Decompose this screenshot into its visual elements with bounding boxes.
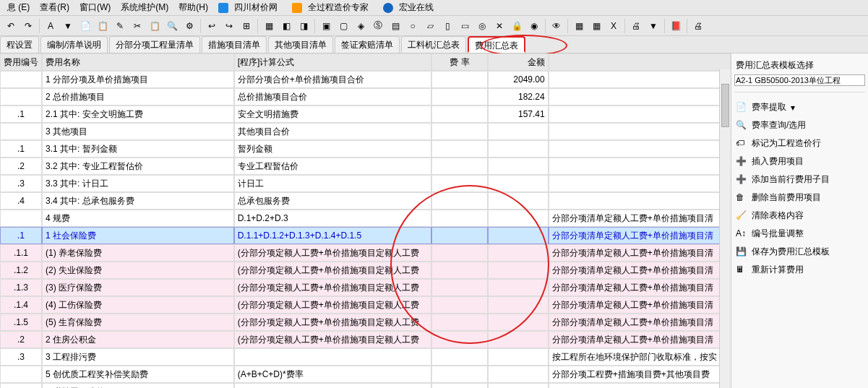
cell-name[interactable]: 3 工程排污费: [42, 348, 234, 366]
cell-amount[interactable]: [488, 279, 549, 296]
cell-rate[interactable]: [431, 262, 488, 279]
cell-name[interactable]: 3.4 其中: 总承包服务费: [42, 192, 234, 210]
cell-amount[interactable]: [488, 158, 549, 175]
cell-name[interactable]: 3.2 其中: 专业工程暂估价: [42, 158, 234, 175]
menu-item[interactable]: 帮助(H): [174, 0, 212, 15]
cell-amount[interactable]: [488, 331, 549, 348]
toolbar-button[interactable]: ▣: [318, 18, 334, 34]
table-row[interactable]: .22 住房公积金(分部分项定额人工费+单价措施项目定额人工费分部分项清单定额人…: [0, 331, 731, 348]
table-row[interactable]: .12.1 其中: 安全文明施工费安全文明措施费157.41: [0, 105, 731, 123]
ext-link-quote[interactable]: 全过程造价专家: [288, 0, 377, 17]
cell-rate[interactable]: [431, 366, 488, 383]
table-row[interactable]: .13.1 其中: 暂列金额暂列金额: [0, 140, 731, 158]
cell-rate[interactable]: [431, 158, 488, 175]
cell-formula[interactable]: 分部分项合价+单价措施项目合价: [234, 71, 431, 88]
cell-code[interactable]: .1: [0, 105, 42, 123]
toolbar-button[interactable]: 👁: [549, 18, 564, 34]
toolbar-button[interactable]: ▱: [422, 18, 438, 34]
table-row[interactable]: .43.4 其中: 总承包服务费总承包服务费: [0, 192, 731, 210]
table-row[interactable]: 5 创优质工程奖补偿奖励费(A+B+C+D)*费率分部分项工程费+措施项目费+其…: [0, 366, 731, 383]
side-action[interactable]: A↕编号批量调整: [734, 225, 865, 243]
cell-amount[interactable]: [488, 123, 549, 140]
table-row[interactable]: .33.3 其中: 计日工计日工: [0, 175, 731, 192]
toolbar-button[interactable]: ◈: [353, 18, 369, 34]
toolbar-button[interactable]: ▯: [439, 18, 455, 34]
scrollbar-vertical[interactable]: [719, 69, 731, 388]
cell-code[interactable]: .1: [0, 140, 42, 158]
cell-code[interactable]: .1: [0, 227, 42, 244]
cell-note[interactable]: [549, 175, 731, 192]
table-row[interactable]: .1.5(5) 生育保险费(分部分项定额人工费+单价措施项目定额人工费分部分项清…: [0, 314, 731, 331]
tab-签证索赔清单[interactable]: 签证索赔清单: [335, 36, 400, 53]
cell-note[interactable]: 分部分项工程费+措施项目费+其他项目费: [549, 366, 731, 383]
cell-rate[interactable]: [431, 105, 488, 123]
cell-code[interactable]: .1.5: [0, 314, 42, 331]
cell-rate[interactable]: [431, 296, 488, 314]
toolbar-button[interactable]: ◎: [474, 18, 490, 34]
table-row[interactable]: 2 总价措施项目总价措施项目合价182.24: [0, 88, 731, 105]
toolbar-button[interactable]: ▼: [60, 18, 76, 34]
cell-formula[interactable]: (分部分项定额人工费+单价措施项目定额人工费: [234, 331, 431, 348]
cell-note[interactable]: 分部分项清单定额人工费+单价措施项目清: [549, 227, 731, 244]
cell-formula[interactable]: 其他项目合价: [234, 123, 431, 140]
cell-name[interactable]: 3 其他项目: [42, 123, 234, 140]
side-action[interactable]: 🖩重新计算费用: [734, 261, 865, 279]
cell-amount[interactable]: [488, 314, 549, 331]
cell-formula[interactable]: D.1.1+D.1.2+D.1.3+D.1.4+D.1.5: [234, 227, 431, 244]
toolbar-button[interactable]: X: [606, 18, 622, 34]
table-row[interactable]: 6 税前工程造价A+B+C+D+E2231.24: [0, 383, 731, 388]
cell-code[interactable]: .1.3: [0, 279, 42, 296]
col-header-name[interactable]: 费用名称: [42, 53, 234, 71]
tab-工料机汇总表[interactable]: 工料机汇总表: [401, 36, 466, 53]
cell-note[interactable]: [549, 123, 731, 140]
cell-name[interactable]: 2 住房公积金: [42, 331, 234, 348]
cell-formula[interactable]: (分部分项定额人工费+单价措施项目定额人工费: [234, 314, 431, 331]
cell-formula[interactable]: (分部分项定额人工费+单价措施项目定额人工费: [234, 244, 431, 262]
cell-code[interactable]: [0, 88, 42, 105]
cell-formula[interactable]: 安全文明措施费: [234, 105, 431, 123]
cell-amount[interactable]: [488, 175, 549, 192]
cell-note[interactable]: [549, 140, 731, 158]
cell-name[interactable]: 6 税前工程造价: [42, 383, 234, 388]
cell-rate[interactable]: [431, 227, 488, 244]
cell-note[interactable]: [549, 105, 731, 123]
toolbar-button[interactable]: ↩: [204, 18, 220, 34]
table-row[interactable]: .33 工程排污费按工程所在地环境保护部门收取标准，按实: [0, 348, 731, 366]
cell-note[interactable]: 分部分项清单定额人工费+单价措施项目清: [549, 296, 731, 314]
col-header-note[interactable]: [549, 53, 731, 71]
cell-amount[interactable]: [488, 227, 549, 244]
cell-formula[interactable]: [234, 348, 431, 366]
toolbar-button[interactable]: ▦: [571, 18, 587, 34]
cell-note[interactable]: 分部分项清单定额人工费+单价措施项目清: [549, 262, 731, 279]
tab-费用汇总表[interactable]: 费用汇总表: [468, 36, 525, 53]
cell-formula[interactable]: (分部分项定额人工费+单价措施项目定额人工费: [234, 279, 431, 296]
side-action[interactable]: 🔍费率查询/选用: [734, 116, 865, 134]
cell-name[interactable]: 3.3 其中: 计日工: [42, 175, 234, 192]
cell-amount[interactable]: [488, 192, 549, 210]
toolbar-button[interactable]: ◨: [296, 18, 311, 34]
cell-note[interactable]: 分部分项清单定额人工费+单价措施项目清: [549, 244, 731, 262]
ext-link-sichuan[interactable]: 四川材价网: [214, 0, 286, 17]
cell-name[interactable]: 5 创优质工程奖补偿奖励费: [42, 366, 234, 383]
toolbar-button[interactable]: ↷: [20, 18, 36, 34]
col-header-code[interactable]: 费用编号: [0, 53, 42, 71]
side-action[interactable]: 🗑删除当前费用项目: [734, 189, 865, 207]
cell-amount[interactable]: 182.24: [488, 88, 549, 105]
cell-code[interactable]: [0, 210, 42, 227]
cell-rate[interactable]: [431, 383, 488, 388]
cell-code[interactable]: [0, 383, 42, 388]
tab-程设置[interactable]: 程设置: [0, 36, 39, 53]
side-action[interactable]: 🧹清除表格内容: [734, 207, 865, 225]
cell-note[interactable]: 分部分项清单定额人工费+单价措施项目清: [549, 314, 731, 331]
cell-name[interactable]: (1) 养老保险费: [42, 244, 234, 262]
cell-name[interactable]: 2.1 其中: 安全文明施工费: [42, 105, 234, 123]
cell-note[interactable]: 按工程所在地环境保护部门收取标准，按实: [549, 348, 731, 366]
cell-rate[interactable]: [431, 244, 488, 262]
side-action[interactable]: 📄费率提取 ▾: [734, 98, 865, 116]
cell-name[interactable]: 4 规费: [42, 210, 234, 227]
menu-item[interactable]: 系统维护(M): [116, 0, 173, 15]
cell-code[interactable]: .4: [0, 192, 42, 210]
cell-code[interactable]: [0, 71, 42, 88]
cell-code[interactable]: [0, 366, 42, 383]
toolbar-button[interactable]: 📋: [147, 18, 163, 34]
